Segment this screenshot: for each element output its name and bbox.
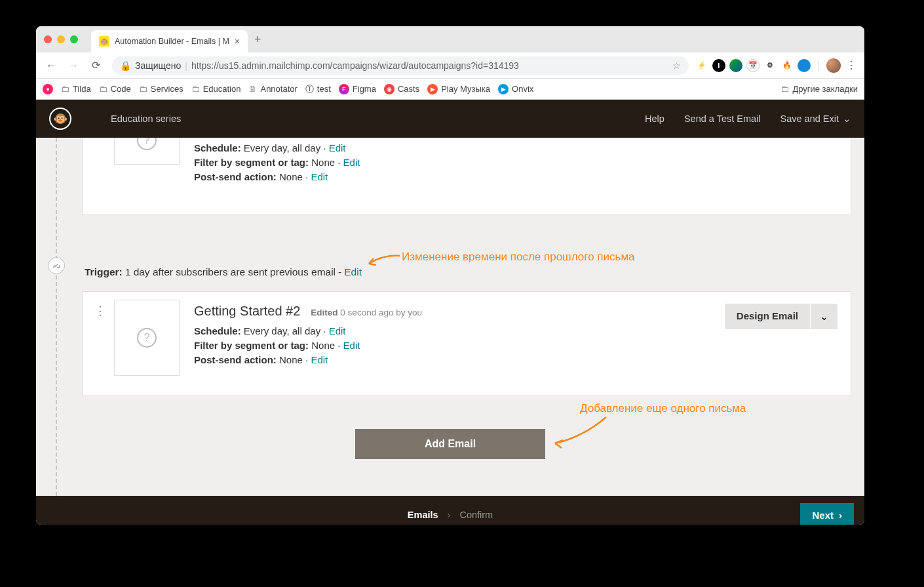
step-emails[interactable]: Emails [408, 510, 438, 520]
schedule-label: Schedule: [194, 325, 241, 336]
extension-icon[interactable]: 🔥 [780, 59, 794, 72]
filter-label: Filter by segment or tag: [194, 340, 309, 351]
other-bookmarks[interactable]: 🗀Другие закладки [780, 84, 858, 94]
trigger-row: Trigger: 1 day after subscribers are sen… [85, 266, 851, 278]
reload-button[interactable]: ⟳ [86, 56, 106, 75]
edit-trigger-link[interactable]: Edit [344, 266, 362, 278]
user-avatar[interactable] [826, 58, 841, 73]
filter-value: None [311, 340, 335, 351]
maximize-window-button[interactable] [70, 35, 78, 43]
card-menu-icon[interactable]: ⋮ [94, 304, 107, 318]
design-email-dropdown-button[interactable]: ⌄ [811, 304, 837, 329]
bookmark-icon: Ⓣ [305, 83, 314, 95]
secure-label: Защищено [135, 60, 181, 71]
app-footer: Emails › Confirm Next › [36, 496, 864, 525]
extension-icon[interactable]: ⚙ [763, 59, 777, 72]
folder-icon: 🗀 [99, 84, 107, 94]
address-bar-row: ← → ⟳ 🔒 Защищено | https://us15.admin.ma… [36, 52, 864, 79]
minimize-window-button[interactable] [57, 35, 65, 43]
edit-schedule-link[interactable]: Edit [329, 325, 346, 336]
email-thumbnail[interactable]: ? [114, 300, 180, 376]
extension-icon[interactable]: I [712, 59, 725, 72]
post-action-label: Post-send action: [194, 354, 277, 365]
chevron-down-icon: ⌄ [820, 310, 828, 323]
back-button[interactable]: ← [41, 56, 61, 75]
favicon: 🐵 [99, 36, 109, 47]
close-tab-icon[interactable]: × [235, 36, 240, 47]
bookmark[interactable]: ▶Play Музыка [427, 84, 490, 94]
help-link[interactable]: Help [645, 113, 664, 124]
filter-label: Filter by segment or tag: [194, 157, 309, 168]
chevron-right-icon: › [839, 510, 842, 521]
close-window-button[interactable] [44, 35, 52, 43]
schedule-value: Every day, all day [244, 325, 320, 336]
forward-button[interactable]: → [64, 56, 83, 75]
extensions: ⚡ I 📅 ⚙ 🔥 [695, 59, 811, 72]
edit-filter-link[interactable]: Edit [343, 340, 360, 351]
bookmark-icon: ▶ [498, 84, 509, 94]
figma-icon: F [339, 84, 349, 94]
annotation-arrow [547, 413, 613, 453]
edit-post-action-link[interactable]: Edit [311, 171, 328, 182]
trigger-text: 1 day after subscribers are sent previou… [125, 266, 336, 278]
star-icon[interactable]: ☆ [672, 60, 681, 71]
folder-icon: 🗀 [191, 84, 200, 94]
extension-icon[interactable] [798, 59, 811, 72]
extension-icon[interactable] [729, 59, 742, 72]
add-email-button[interactable]: Add Email [355, 429, 545, 459]
email-thumbnail[interactable]: ? [114, 138, 180, 165]
window-titlebar: 🐵 Automation Builder - Emails | M × + [36, 26, 864, 52]
automation-canvas: ? Schedule: Every day, all day · Edit Fi… [36, 138, 864, 496]
placeholder-icon: ? [137, 328, 157, 348]
address-bar[interactable]: 🔒 Защищено | https://us15.admin.mailchim… [112, 56, 689, 75]
bookmark[interactable]: FFigma [339, 84, 376, 94]
traffic-lights [44, 35, 78, 43]
email-card: ⋮ ? Getting Started #2 Edited 0 second a… [82, 291, 851, 396]
tab-title: Automation Builder - Emails | M [115, 37, 229, 46]
placeholder-icon: ? [137, 138, 157, 150]
folder-icon: 🗀 [139, 84, 147, 94]
save-exit-button[interactable]: Save and Exit ⌄ [780, 113, 851, 124]
wizard-steps: Emails › Confirm [408, 510, 493, 520]
design-email-button[interactable]: Design Email [725, 304, 810, 329]
chevron-right-icon: › [448, 510, 451, 520]
browser-tab[interactable]: 🐵 Automation Builder - Emails | M × [91, 30, 248, 52]
edit-post-action-link[interactable]: Edit [311, 354, 328, 365]
bookmark[interactable]: Ⓣtest [305, 83, 331, 95]
bookmark-icon: ● [43, 84, 53, 94]
bookmark[interactable]: ▶Onvix [498, 84, 533, 94]
browser-menu-icon[interactable]: ⋮ [843, 59, 859, 71]
bookmark-folder[interactable]: 🗀Services [139, 84, 183, 94]
folder-icon: 🗀 [61, 84, 69, 94]
browser-window: 🐵 Automation Builder - Emails | M × + ← … [36, 26, 864, 525]
post-action-label: Post-send action: [194, 171, 277, 182]
mailchimp-logo-icon[interactable]: 🐵 [49, 108, 71, 130]
bookmark-icon: ◉ [384, 84, 395, 94]
bookmark-folder[interactable]: 🗀Code [99, 84, 131, 94]
campaign-name[interactable]: Education series [111, 113, 181, 124]
next-label: Next [812, 510, 834, 521]
new-tab-button[interactable]: + [254, 33, 261, 47]
next-button[interactable]: Next › [800, 503, 854, 525]
bookmark[interactable]: ● [43, 84, 53, 94]
extension-icon[interactable]: ⚡ [695, 59, 708, 72]
schedule-label: Schedule: [194, 142, 241, 153]
edit-schedule-link[interactable]: Edit [329, 142, 346, 153]
url-text: https://us15.admin.mailchimp.com/campaig… [191, 60, 519, 71]
extension-icon[interactable]: 📅 [746, 59, 760, 72]
post-action-value: None [279, 171, 303, 182]
annotation-text: Добавление еще одного письма [580, 402, 746, 415]
bookmarks-bar: ● 🗀Tilda 🗀Code 🗀Services 🗀Education 🗎Ann… [36, 79, 864, 100]
save-exit-label: Save and Exit [780, 113, 839, 124]
schedule-value: Every day, all day [244, 142, 320, 153]
bookmark-folder[interactable]: 🗀Tilda [61, 84, 91, 94]
annotation-text: Изменение времени после прошлого письма [402, 251, 635, 264]
document-icon: 🗎 [248, 84, 257, 94]
edit-filter-link[interactable]: Edit [343, 157, 360, 168]
bookmark[interactable]: ◉Casts [384, 84, 419, 94]
step-confirm[interactable]: Confirm [459, 510, 493, 520]
bookmark-folder[interactable]: 🗀Education [191, 84, 241, 94]
send-test-link[interactable]: Send a Test Email [684, 113, 761, 124]
bookmark[interactable]: 🗎Annotator [248, 84, 297, 94]
trigger-node-icon[interactable] [48, 257, 65, 274]
